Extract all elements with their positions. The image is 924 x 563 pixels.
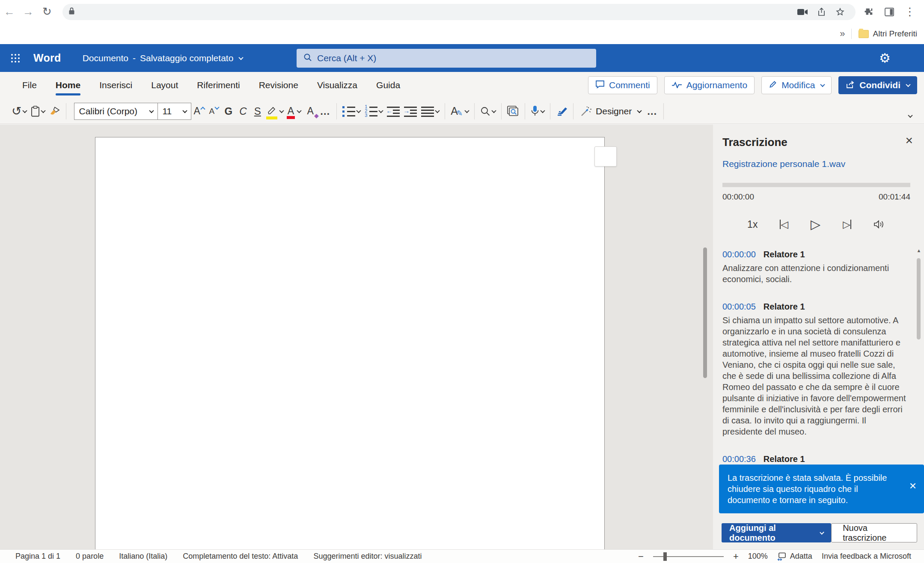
bookmark-star-icon[interactable] bbox=[831, 7, 850, 17]
designer-button[interactable]: Designer bbox=[577, 106, 645, 117]
bold-button[interactable]: G bbox=[221, 102, 236, 121]
tab-visualizza[interactable]: Visualizza bbox=[308, 72, 367, 98]
status-item-4[interactable]: Suggerimenti editor: visualizzati bbox=[313, 552, 422, 561]
panel-close-icon[interactable]: × bbox=[905, 134, 913, 147]
transcript-entry[interactable]: 00:00:36 Relatore 1 bbox=[722, 454, 906, 464]
browser-forward-icon[interactable]: → bbox=[19, 3, 38, 21]
styles-button[interactable]: A ✎ bbox=[449, 102, 471, 121]
share-icon bbox=[846, 80, 855, 91]
undo-button[interactable]: ↺ bbox=[9, 102, 29, 121]
comment-card-stub[interactable] bbox=[594, 146, 617, 167]
tab-file[interactable]: File bbox=[13, 72, 46, 98]
entry-timestamp[interactable]: 00:00:00 bbox=[722, 250, 756, 259]
browser-refresh-icon[interactable]: ↻ bbox=[38, 3, 56, 21]
ribbon-toolbar: ↺ Calibri (Corpo) 11 A A G C S A A◆ bbox=[0, 98, 924, 124]
transcript-entry[interactable]: 00:00:00 Relatore 1 Analizzare con atten… bbox=[722, 250, 906, 285]
zoom-level[interactable]: 100% bbox=[748, 552, 768, 561]
play-icon[interactable]: ▷ bbox=[811, 218, 820, 231]
document-page[interactable] bbox=[95, 137, 605, 549]
status-item-0[interactable]: Pagina 1 di 1 bbox=[15, 552, 60, 561]
bookmarks-overflow-icon[interactable]: » bbox=[834, 28, 851, 39]
screen: ← → ↻ ⋮ » bbox=[0, 0, 924, 563]
document-title[interactable]: Documento - Salvataggio completato bbox=[83, 53, 243, 63]
recording-file-link[interactable]: Registrazione personale 1.wav bbox=[722, 159, 845, 169]
other-bookmarks-label[interactable]: Altri Preferiti bbox=[873, 29, 917, 39]
video-camera-icon[interactable] bbox=[793, 9, 812, 15]
entry-timestamp[interactable]: 00:00:05 bbox=[722, 302, 756, 312]
extensions-icon[interactable] bbox=[860, 3, 878, 21]
notification-close-icon[interactable]: × bbox=[909, 480, 916, 492]
entry-text[interactable]: Si chiama un impatto sul settore automot… bbox=[722, 315, 906, 437]
editor-button[interactable] bbox=[554, 102, 570, 121]
underline-button[interactable]: S bbox=[250, 102, 265, 121]
browser-back-icon[interactable]: ← bbox=[0, 3, 19, 21]
add-to-document-button[interactable]: Aggiungi al documento bbox=[722, 523, 831, 542]
share-page-icon[interactable] bbox=[812, 7, 831, 16]
increase-indent-button[interactable]: → bbox=[402, 102, 419, 121]
format-painter-button[interactable] bbox=[47, 102, 62, 121]
playback-speed-button[interactable]: 1x bbox=[747, 220, 758, 229]
scroll-up-icon[interactable]: ▲ bbox=[915, 248, 922, 253]
updates-button[interactable]: Aggiornamento bbox=[664, 76, 755, 94]
more-formatting-button[interactable]: … bbox=[318, 102, 333, 121]
scrollbar-thumb[interactable] bbox=[917, 258, 921, 340]
tab-revisione[interactable]: Revisione bbox=[250, 72, 308, 98]
skip-back-icon[interactable]: ◁ bbox=[780, 220, 788, 229]
dictate-button[interactable] bbox=[529, 102, 547, 121]
fit-page-button[interactable]: Adatta bbox=[777, 552, 812, 561]
browser-toolbar: ← → ↻ ⋮ bbox=[0, 0, 924, 24]
saved-notification: La trascrizione è stata salvata. È possi… bbox=[719, 465, 924, 513]
alignment-button[interactable] bbox=[419, 102, 441, 121]
tab-layout[interactable]: Layout bbox=[142, 72, 187, 98]
immersive-reader-button[interactable] bbox=[505, 102, 521, 121]
comments-button[interactable]: Commenti bbox=[588, 76, 657, 94]
address-bar[interactable] bbox=[62, 4, 856, 20]
font-size-select[interactable]: 11 bbox=[158, 103, 191, 120]
app-launcher-icon[interactable] bbox=[11, 54, 20, 63]
settings-gear-icon[interactable]: ⚙ bbox=[879, 44, 891, 72]
tab-guida[interactable]: Guida bbox=[367, 72, 410, 98]
numbered-list-button[interactable]: 123 bbox=[362, 102, 385, 121]
status-item-2[interactable]: Italiano (Italia) bbox=[119, 552, 167, 561]
edit-mode-button[interactable]: Modifica bbox=[761, 76, 832, 94]
status-item-1[interactable]: 0 parole bbox=[76, 552, 104, 561]
document-scrollbar[interactable] bbox=[703, 247, 707, 378]
status-item-3[interactable]: Completamento del testo: Attivata bbox=[183, 552, 298, 561]
collapse-ribbon-button[interactable] bbox=[909, 112, 918, 124]
bullet-list-button[interactable] bbox=[340, 102, 362, 121]
save-status: Salvataggio completato bbox=[140, 53, 233, 63]
clear-formatting-button[interactable]: A◆ bbox=[303, 102, 318, 121]
browser-menu-icon[interactable]: ⋮ bbox=[901, 3, 919, 21]
shrink-font-button[interactable]: A bbox=[207, 102, 221, 121]
new-transcription-button[interactable]: Nuova trascrizione bbox=[831, 523, 917, 542]
decrease-indent-button[interactable]: ← bbox=[385, 102, 402, 121]
zoom-out-button[interactable]: − bbox=[638, 551, 644, 562]
app-name[interactable]: Word bbox=[33, 52, 61, 64]
transcript-entry[interactable]: 00:00:05 Relatore 1 Si chiama un impatto… bbox=[722, 302, 906, 437]
highlight-button[interactable] bbox=[265, 102, 285, 121]
search-input[interactable]: Cerca (Alt + X) bbox=[297, 49, 596, 68]
skip-forward-icon[interactable]: ▷ bbox=[843, 220, 851, 229]
volume-icon[interactable] bbox=[873, 219, 885, 229]
zoom-slider[interactable] bbox=[653, 552, 724, 561]
tab-inserisci[interactable]: Inserisci bbox=[90, 72, 142, 98]
feedback-link[interactable]: Invia feedback a Microsoft bbox=[822, 552, 911, 561]
font-color-button[interactable]: A bbox=[285, 102, 303, 121]
tab-riferimenti[interactable]: Riferimenti bbox=[187, 72, 249, 98]
zoom-in-button[interactable]: + bbox=[733, 551, 739, 562]
entry-speaker: Relatore 1 bbox=[764, 250, 805, 259]
grow-font-button[interactable]: A bbox=[191, 102, 206, 121]
find-button[interactable] bbox=[478, 102, 498, 121]
italic-button[interactable]: C bbox=[236, 102, 250, 121]
font-name-select[interactable]: Calibri (Corpo) bbox=[74, 103, 158, 120]
paste-button[interactable] bbox=[29, 102, 47, 121]
tab-home[interactable]: Home bbox=[46, 72, 90, 98]
audio-progress-bar[interactable] bbox=[722, 183, 910, 187]
side-panel-icon[interactable] bbox=[880, 3, 898, 21]
chevron-down-icon bbox=[820, 82, 825, 87]
entry-timestamp[interactable]: 00:00:36 bbox=[722, 454, 756, 464]
more-commands-button[interactable]: … bbox=[645, 102, 660, 121]
entry-text[interactable]: Analizzare con attenzione i condizioname… bbox=[722, 262, 906, 285]
fit-icon bbox=[777, 552, 787, 561]
share-button[interactable]: Condividi bbox=[838, 76, 917, 94]
